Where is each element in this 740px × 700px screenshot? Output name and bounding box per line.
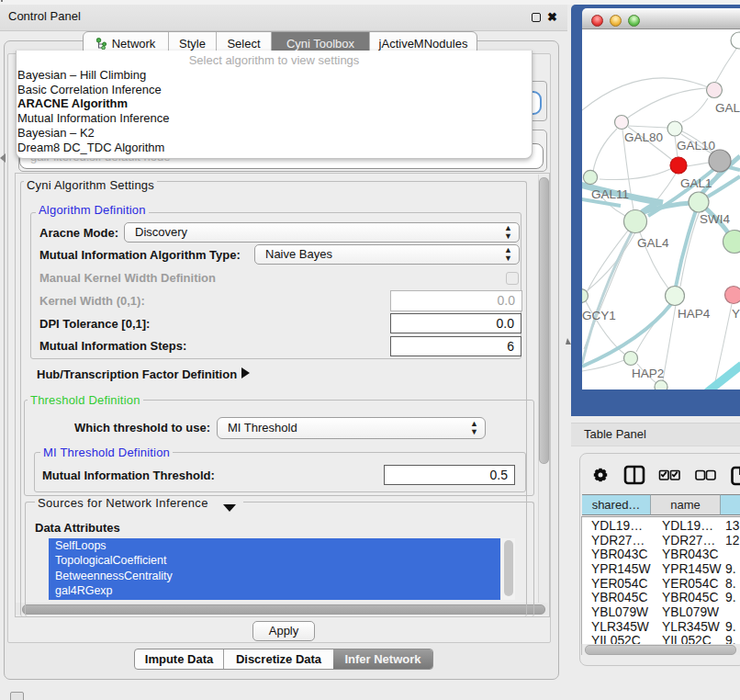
svg-text:GCY1: GCY1 (582, 309, 616, 322)
svg-text:HAP2: HAP2 (632, 367, 664, 380)
svg-text:GAL: GAL (715, 101, 740, 115)
svg-text:GAL10: GAL10 (677, 139, 715, 152)
svg-text:GAL11: GAL11 (591, 187, 629, 201)
svg-text:GAL1: GAL1 (680, 176, 712, 190)
svg-text:Y: Y (732, 307, 740, 321)
svg-text:GAL4: GAL4 (637, 236, 669, 250)
svg-text:GAL80: GAL80 (624, 130, 663, 144)
svg-text:SWI4: SWI4 (700, 212, 730, 226)
svg-text:HAP4: HAP4 (678, 307, 711, 321)
